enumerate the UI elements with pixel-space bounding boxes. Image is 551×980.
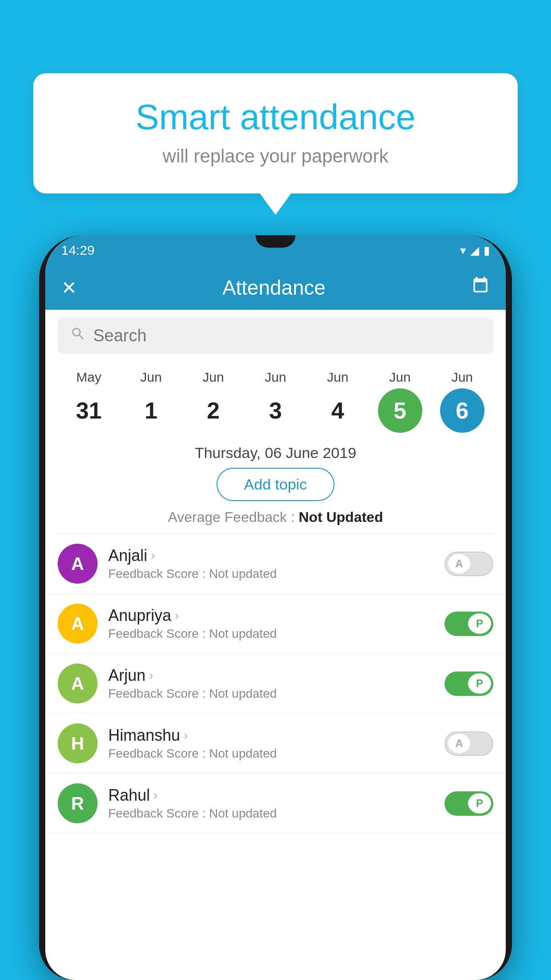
chevron-icon: ›	[153, 788, 157, 802]
avg-feedback-value: Not Updated	[299, 509, 383, 525]
attendance-toggle[interactable]: A	[445, 552, 493, 576]
attendance-toggle[interactable]: A	[445, 731, 493, 756]
calendar-day[interactable]: May31	[64, 370, 113, 433]
student-name[interactable]: Anupriya ›	[108, 606, 445, 625]
status-icons: ▾ ◢ ▮	[460, 244, 490, 257]
student-name[interactable]: Himanshu ›	[108, 726, 445, 745]
student-info: Rahul ›Feedback Score : Not updated	[108, 786, 445, 821]
notch	[256, 235, 295, 248]
calendar-month: Jun	[265, 370, 286, 385]
avatar: A	[58, 544, 98, 584]
feedback-score: Feedback Score : Not updated	[108, 627, 445, 641]
calendar-date[interactable]: 1	[129, 388, 173, 433]
battery-icon: ▮	[484, 244, 490, 257]
avatar: A	[58, 664, 98, 703]
toggle-knob: A	[448, 733, 471, 754]
calendar-date[interactable]: 31	[67, 388, 111, 433]
chevron-icon: ›	[184, 728, 188, 743]
student-info: Himanshu ›Feedback Score : Not updated	[108, 726, 445, 761]
bubble-subtitle: will replace your paperwork	[60, 146, 491, 167]
avatar: R	[58, 783, 98, 823]
app-bar: ✕ Attendance	[45, 265, 506, 310]
add-topic-button[interactable]: Add topic	[216, 468, 335, 501]
feedback-score: Feedback Score : Not updated	[108, 806, 445, 821]
calendar-day[interactable]: Jun5	[376, 370, 425, 433]
toggle-knob: P	[468, 793, 491, 814]
student-name[interactable]: Anjali ›	[108, 546, 445, 565]
attendance-toggle[interactable]: P	[445, 612, 493, 636]
calendar-day[interactable]: Jun1	[126, 370, 175, 433]
calendar-date[interactable]: 2	[191, 388, 236, 433]
calendar-month: May	[76, 370, 102, 385]
bubble-title: Smart attendance	[60, 98, 491, 137]
calendar-date[interactable]: 5	[378, 388, 422, 433]
calendar-row: May31Jun1Jun2Jun3Jun4Jun5Jun6	[45, 362, 506, 435]
toggle-knob: A	[448, 553, 471, 574]
student-row[interactable]: HHimanshu ›Feedback Score : Not updatedA	[45, 714, 506, 774]
attendance-toggle[interactable]: P	[445, 791, 493, 816]
toggle-knob: P	[468, 613, 491, 634]
chevron-icon: ›	[151, 549, 155, 563]
search-input[interactable]	[93, 326, 481, 345]
close-icon[interactable]: ✕	[61, 277, 77, 299]
calendar-day[interactable]: Jun6	[438, 370, 487, 433]
feedback-score: Feedback Score : Not updated	[108, 747, 445, 761]
avg-feedback: Average Feedback : Not Updated	[45, 509, 506, 533]
search-icon	[70, 326, 86, 346]
app-bar-title: Attendance	[222, 276, 326, 300]
calendar-month: Jun	[203, 370, 224, 385]
phone-screen: 14:29 ▾ ◢ ▮ ✕ Attendance	[45, 235, 506, 980]
attendance-toggle[interactable]: P	[445, 672, 493, 696]
student-row[interactable]: AArjun ›Feedback Score : Not updatedP	[45, 654, 506, 714]
avg-feedback-label: Average Feedback :	[168, 509, 295, 525]
calendar-month: Jun	[140, 370, 161, 385]
signal-icon: ◢	[470, 244, 479, 257]
student-name[interactable]: Arjun ›	[108, 666, 445, 685]
calendar-month: Jun	[389, 370, 410, 385]
student-info: Arjun ›Feedback Score : Not updated	[108, 666, 445, 701]
feedback-score: Feedback Score : Not updated	[108, 567, 445, 581]
feedback-score: Feedback Score : Not updated	[108, 687, 445, 701]
avatar: A	[58, 604, 98, 644]
calendar-date[interactable]: 6	[440, 388, 484, 433]
status-time: 14:29	[61, 243, 94, 258]
calendar-icon[interactable]	[471, 276, 490, 299]
student-name[interactable]: Rahul ›	[108, 786, 445, 805]
phone-frame: 14:29 ▾ ◢ ▮ ✕ Attendance	[39, 235, 512, 980]
speech-bubble: Smart attendance will replace your paper…	[33, 73, 518, 194]
calendar-day[interactable]: Jun3	[251, 370, 300, 433]
search-bar[interactable]	[58, 318, 493, 354]
calendar-month: Jun	[327, 370, 348, 385]
selected-date: Thursday, 06 June 2019	[45, 435, 506, 468]
student-list: AAnjali ›Feedback Score : Not updatedAAA…	[45, 534, 506, 834]
wifi-icon: ▾	[460, 244, 466, 257]
calendar-month: Jun	[452, 370, 473, 385]
calendar-day[interactable]: Jun4	[313, 370, 362, 433]
student-row[interactable]: AAnupriya ›Feedback Score : Not updatedP	[45, 594, 506, 654]
student-info: Anupriya ›Feedback Score : Not updated	[108, 606, 445, 641]
toggle-knob: P	[468, 673, 491, 694]
calendar-day[interactable]: Jun2	[189, 370, 238, 433]
student-info: Anjali ›Feedback Score : Not updated	[108, 546, 445, 581]
chevron-icon: ›	[149, 668, 153, 683]
chevron-icon: ›	[175, 609, 179, 623]
avatar: H	[58, 723, 98, 763]
calendar-date[interactable]: 4	[315, 388, 360, 433]
student-row[interactable]: RRahul ›Feedback Score : Not updatedP	[45, 774, 506, 834]
student-row[interactable]: AAnjali ›Feedback Score : Not updatedA	[45, 534, 506, 594]
calendar-date[interactable]: 3	[253, 388, 298, 433]
